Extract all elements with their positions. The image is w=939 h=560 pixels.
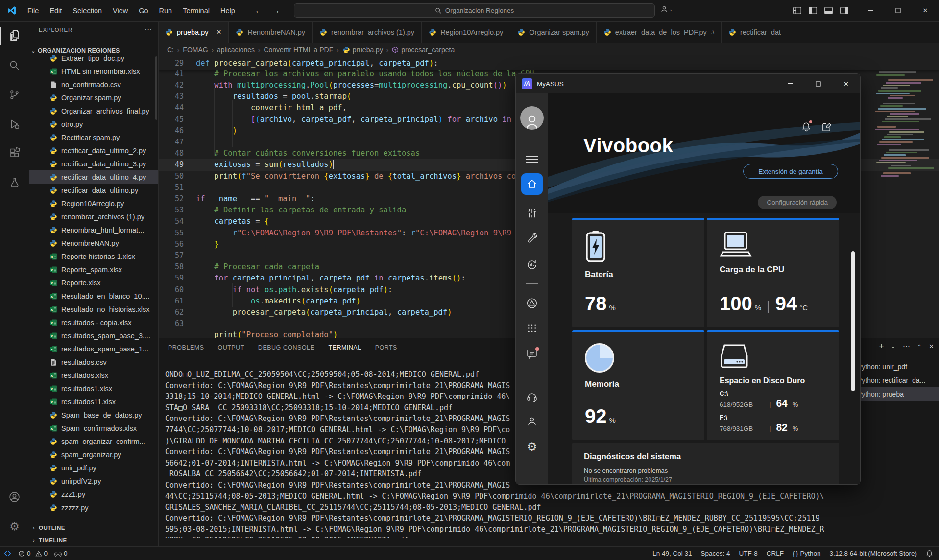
file-row[interactable]: unirpdfV2.py bbox=[29, 474, 158, 488]
tab-close-icon[interactable]: ✕ bbox=[217, 28, 222, 36]
myasus-settings-gear-icon[interactable]: ⚙ bbox=[527, 440, 537, 454]
file-row[interactable]: xResultado_en_blanco_10.... bbox=[29, 289, 158, 303]
file-row[interactable]: xresultados11.xlsx bbox=[29, 395, 158, 408]
panel-tab-debug-console[interactable]: DEBUG CONSOLE bbox=[258, 338, 315, 357]
menu-file[interactable]: File bbox=[22, 4, 44, 18]
customize-layout-icon[interactable] bbox=[793, 6, 802, 15]
quick-settings-button[interactable]: Configuración rápida bbox=[758, 196, 837, 209]
menu-terminal[interactable]: Terminal bbox=[177, 4, 215, 18]
window-maximize-button[interactable] bbox=[884, 0, 912, 21]
file-row[interactable]: spam_organizar_confirm... bbox=[29, 435, 158, 448]
notifications-bell-icon[interactable] bbox=[926, 550, 933, 557]
breadcrumb-item[interactable]: FOMAG bbox=[183, 46, 208, 54]
cpu-card[interactable]: Carga de la CPU 100% | 94°C bbox=[707, 218, 839, 327]
explorer-more-actions-icon[interactable]: ⋯ bbox=[144, 25, 152, 34]
device-settings-icon[interactable] bbox=[527, 208, 538, 219]
disk-card[interactable]: Espacio en Disco Duro C:\618/952GB|64%F:… bbox=[707, 330, 839, 440]
menu-view[interactable]: View bbox=[107, 4, 133, 18]
memory-card[interactable]: Memoria 92% bbox=[572, 330, 704, 440]
home-nav-icon[interactable] bbox=[521, 173, 543, 195]
breadcrumb-item[interactable]: prueba.py bbox=[342, 46, 383, 54]
breadcrumb-item[interactable]: Convertir HTML a PDF bbox=[264, 46, 333, 54]
file-row[interactable]: unir_pdf.py bbox=[29, 461, 158, 474]
terminal-dropdown-icon[interactable]: ⌄ bbox=[891, 344, 895, 349]
file-row[interactable]: zzz1.py bbox=[29, 488, 158, 501]
editor-tab[interactable]: Region10Arreglo.py bbox=[422, 21, 510, 43]
menu-edit[interactable]: Edit bbox=[44, 4, 67, 18]
new-terminal-icon[interactable]: + bbox=[879, 341, 884, 351]
editor-tab[interactable]: Organizar spam.py bbox=[510, 21, 597, 43]
indentation[interactable]: Spaces: 4 bbox=[700, 550, 730, 557]
eol-sequence[interactable]: CRLF bbox=[767, 550, 784, 557]
remote-indicator-icon[interactable] bbox=[4, 550, 11, 557]
run-debug-icon[interactable] bbox=[0, 111, 29, 137]
editor-tab[interactable]: rectificar_dat bbox=[722, 21, 788, 43]
file-row[interactable]: xresultados_spam_base_3.... bbox=[29, 329, 158, 342]
problems-indicator[interactable]: 0 0 bbox=[18, 550, 48, 557]
file-row[interactable]: Rectificar spam.py bbox=[29, 131, 158, 144]
settings-gear-icon[interactable]: ⚙ bbox=[0, 513, 29, 539]
panel-close-icon[interactable]: ✕ bbox=[929, 343, 934, 350]
terminal-list-item[interactable]: Python: rectificar_da... bbox=[852, 373, 939, 387]
file-row[interactable]: renombrar_archivos (1).py bbox=[29, 210, 158, 223]
python-interpreter[interactable]: 3.12.8 64-bit (Microsoft Store) bbox=[829, 550, 917, 557]
language-mode[interactable]: { }Python bbox=[793, 550, 820, 557]
forward-arrow-icon[interactable]: → bbox=[272, 6, 280, 16]
window-close-button[interactable]: ✕ bbox=[912, 0, 939, 21]
back-arrow-icon[interactable]: ← bbox=[255, 6, 263, 16]
myasus-window[interactable]: /A MyASUS ✕ bbox=[515, 73, 861, 485]
file-row[interactable]: xresultados.xlsx bbox=[29, 369, 158, 382]
asus-care-icon[interactable] bbox=[526, 297, 538, 309]
panel-tab-terminal[interactable]: TERMINAL bbox=[328, 338, 361, 357]
profile-person-icon[interactable] bbox=[526, 416, 538, 427]
explorer-scrollbar[interactable] bbox=[155, 56, 157, 120]
panel-tab-ports[interactable]: PORTS bbox=[375, 338, 397, 357]
terminal-list-item[interactable]: Python: unir_pdf bbox=[852, 360, 939, 373]
file-row[interactable]: resultados.csv bbox=[29, 355, 158, 369]
myasus-titlebar[interactable]: /A MyASUS ✕ bbox=[516, 74, 860, 93]
file-row[interactable]: Organizar_archivos_final.py bbox=[29, 104, 158, 117]
file-row[interactable]: Region10Arreglo.py bbox=[29, 197, 158, 210]
myasus-minimize-button[interactable] bbox=[776, 74, 804, 93]
extensions-icon[interactable] bbox=[0, 140, 29, 166]
file-row[interactable]: xresultados - copia.xlsx bbox=[29, 316, 158, 329]
support-headset-icon[interactable] bbox=[526, 391, 538, 403]
explorer-icon[interactable] bbox=[0, 23, 29, 48]
encoding[interactable]: UTF-8 bbox=[739, 550, 758, 557]
search-sidebar-icon[interactable] bbox=[0, 52, 29, 78]
file-row[interactable]: rectificar_data_ultimo_3.py bbox=[29, 157, 158, 170]
source-control-icon[interactable] bbox=[0, 82, 29, 107]
menu-run[interactable]: Run bbox=[154, 4, 178, 18]
myasus-scrollbar[interactable] bbox=[851, 251, 855, 391]
diagnostics-card[interactable]: Diagnósticos del sistema No se encontrar… bbox=[572, 443, 839, 484]
myasus-close-button[interactable]: ✕ bbox=[832, 74, 860, 93]
messages-chat-icon[interactable] bbox=[526, 348, 538, 360]
battery-card[interactable]: Batería 78% bbox=[572, 218, 704, 327]
toggle-secondary-sidebar-icon[interactable] bbox=[840, 6, 849, 15]
file-row[interactable]: rectificar_data_ultimo_4.py bbox=[29, 170, 158, 184]
file-row[interactable]: Renombrar_html_format... bbox=[29, 223, 158, 236]
file-row[interactable]: xReporte_spam.xlsx bbox=[29, 263, 158, 276]
breadcrumb-item[interactable]: C: bbox=[167, 46, 174, 54]
panel-maximize-icon[interactable]: ⌃ bbox=[917, 344, 921, 349]
file-row[interactable]: spam_organizar.py bbox=[29, 448, 158, 461]
file-row[interactable]: Spam_base_de_datos.py bbox=[29, 408, 158, 421]
file-row[interactable]: no_confirmado.csv bbox=[29, 78, 158, 91]
file-row[interactable]: Organizar spam.py bbox=[29, 91, 158, 104]
profile-button[interactable]: ⌄ bbox=[660, 5, 673, 13]
breadcrumb-item[interactable]: aplicaciones bbox=[217, 46, 255, 54]
myasus-bell-icon[interactable] bbox=[801, 122, 811, 132]
file-row[interactable]: RenombreNAN.py bbox=[29, 236, 158, 250]
file-row[interactable]: xReporte.xlsx bbox=[29, 276, 158, 289]
timeline-section[interactable]: › TIMELINE bbox=[29, 534, 158, 547]
customization-wrench-icon[interactable] bbox=[527, 233, 538, 244]
warranty-extension-button[interactable]: Extensión de garantía bbox=[743, 164, 838, 179]
file-row[interactable]: xResultado_no_historias.xlsx bbox=[29, 303, 158, 316]
window-minimize-button[interactable] bbox=[857, 0, 884, 21]
myasus-maximize-button[interactable] bbox=[804, 74, 832, 93]
breadcrumb-item[interactable]: procesar_carpeta bbox=[392, 46, 455, 54]
file-row[interactable]: xSpam_confirmados.xlsx bbox=[29, 421, 158, 435]
terminal-list-item[interactable]: Python: prueba bbox=[852, 387, 939, 401]
file-row[interactable]: Extraer_tipo_doc.py bbox=[29, 51, 158, 65]
panel-tab-output[interactable]: OUTPUT bbox=[217, 338, 244, 357]
